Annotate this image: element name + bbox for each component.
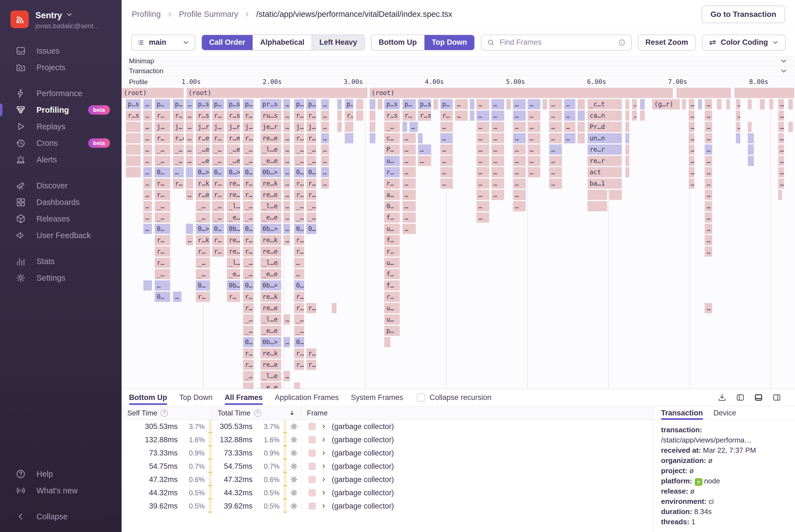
flame-frame-cell[interactable]: … — [705, 190, 712, 200]
flame-frame-cell[interactable]: … — [689, 178, 695, 189]
flame-frame-cell[interactable]: _l…e — [261, 314, 281, 325]
flame-frame-cell[interactable]: … — [321, 167, 329, 177]
flame-frame-cell[interactable]: r… — [306, 360, 316, 370]
flame-frame-cell[interactable]: … — [528, 156, 541, 166]
flame-frame-cell[interactable]: p…s — [418, 99, 431, 109]
flame-frame-cell[interactable]: … — [705, 99, 712, 109]
frame-cell[interactable]: (garbage collector) — [301, 499, 653, 513]
flame-frame-cell[interactable]: … — [402, 156, 416, 166]
flame-frame-cell[interactable]: … — [410, 122, 418, 132]
flame-frame-cell[interactable] — [186, 224, 193, 234]
flame-frame-cell[interactable] — [625, 133, 629, 144]
flame-frame-cell[interactable]: re…e — [261, 360, 281, 370]
flame-frame-cell[interactable]: r… — [212, 133, 224, 144]
flame-frame-cell[interactable]: … — [144, 99, 152, 109]
flame-frame-cell[interactable]: r… — [294, 246, 304, 256]
flame-frame-cell[interactable]: … — [440, 156, 453, 166]
flame-frame-cell[interactable]: r… — [243, 292, 253, 302]
flame-frame-cell[interactable]: re…k — [261, 178, 281, 189]
flame-frame-cell[interactable]: j… — [306, 122, 316, 132]
flame-frame-cell[interactable]: 0… — [384, 201, 399, 211]
flame-frame-cell[interactable]: p…s — [196, 99, 210, 109]
flame-frame-cell[interactable] — [640, 99, 644, 109]
flame-frame-cell[interactable] — [760, 99, 764, 109]
flame-frame-cell[interactable] — [126, 145, 140, 155]
flame-frame-cell[interactable]: 0… — [212, 224, 224, 234]
flamegraph[interactable]: (root)(root)(root)p…s…p…p……p…sp…p…sp…pr…… — [122, 87, 795, 388]
flame-frame-cell[interactable]: re…e — [227, 190, 240, 200]
flame-frame-cell[interactable]: _…e — [227, 145, 240, 155]
flame-frame-cell[interactable]: … — [144, 167, 152, 177]
flame-frame-cell[interactable]: … — [705, 167, 712, 177]
flame-frame-cell[interactable]: r… — [227, 292, 240, 302]
flame-frame-cell[interactable]: 0… — [243, 280, 253, 290]
flame-frame-cell[interactable]: … — [778, 99, 784, 109]
flame-frame-cell[interactable]: 0b…> — [227, 224, 240, 234]
flame-frame-cell[interactable]: u… — [384, 314, 399, 325]
frame-table-row[interactable]: 73.33ms0.9%73.33ms0.9%(garbage collector… — [122, 446, 653, 460]
flame-frame-cell[interactable]: … — [186, 156, 193, 166]
flame-frame-cell[interactable]: _… — [243, 371, 253, 381]
flame-frame-cell[interactable]: r… — [440, 111, 453, 121]
frame-cell[interactable]: (garbage collector) — [301, 420, 653, 433]
flame-frame-cell[interactable]: … — [283, 122, 290, 132]
flame-frame-cell[interactable]: … — [689, 145, 695, 155]
flame-frame-cell[interactable]: 0… — [196, 280, 210, 290]
flame-frame-cell[interactable]: … — [491, 190, 504, 200]
frame-table-row[interactable]: 47.32ms0.6%47.32ms0.6%(garbage collector… — [122, 473, 653, 486]
flame-frame-cell[interactable]: _… — [243, 258, 253, 268]
flame-frame-cell[interactable] — [356, 99, 363, 109]
flame-frame-cell[interactable] — [186, 178, 193, 189]
flame-frame-cell[interactable]: r… — [306, 190, 316, 200]
flame-frame-cell[interactable]: r… — [306, 178, 316, 189]
tab-top-down[interactable]: Top Down — [179, 389, 212, 406]
flame-frame-cell[interactable]: … — [689, 111, 695, 121]
gear-icon[interactable] — [287, 422, 301, 431]
checkbox-icon[interactable] — [417, 393, 425, 402]
flame-frame-cell[interactable]: r… — [294, 178, 304, 189]
flame-frame-cell[interactable]: … — [513, 111, 526, 121]
flame-frame-cell[interactable]: … — [476, 212, 489, 223]
sidebar-item-performance[interactable]: Performance — [0, 85, 121, 102]
flame-frame-cell[interactable]: r…e — [173, 133, 184, 144]
flame-frame-cell[interactable]: _e…e — [227, 269, 240, 279]
flame-frame-cell[interactable]: r… — [196, 246, 210, 256]
flame-frame-cell[interactable]: … — [705, 156, 712, 166]
flame-frame-cell[interactable]: 0… — [212, 167, 224, 177]
flame-frame-cell[interactable]: … — [155, 280, 170, 290]
flame-frame-cell[interactable] — [717, 99, 721, 109]
flame-frame-cell[interactable]: 0… — [243, 224, 253, 234]
flame-frame-cell[interactable] — [433, 99, 438, 109]
flame-frame-cell[interactable]: … — [736, 99, 740, 109]
flame-frame-cell[interactable]: r… — [294, 303, 304, 313]
flame-frame-cell[interactable] — [578, 122, 585, 132]
frame-table-row[interactable]: 44.32ms0.5%44.32ms0.5%(garbage collector… — [122, 486, 653, 499]
flame-frame-cell[interactable]: r… — [155, 190, 170, 200]
flame-frame-cell[interactable]: _… — [294, 212, 304, 223]
go-to-transaction-button[interactable]: Go to Transaction — [702, 5, 785, 23]
flame-frame-cell[interactable]: r… — [173, 178, 184, 189]
flame-frame-cell[interactable]: _… — [155, 269, 170, 279]
flame-frame-cell[interactable]: r… — [294, 360, 304, 370]
flame-frame-cell[interactable]: r… — [384, 167, 399, 177]
expand-chevron-icon[interactable] — [321, 476, 327, 482]
flame-frame-cell[interactable]: … — [513, 190, 526, 200]
flame-frame-cell[interactable]: r… — [243, 111, 253, 121]
flame-frame-cell[interactable]: … — [528, 145, 541, 155]
flame-frame-cell[interactable]: … — [283, 190, 290, 200]
flame-frame-cell[interactable]: … — [476, 133, 489, 144]
flame-frame-cell[interactable]: … — [491, 133, 504, 144]
flame-frame-cell[interactable]: … — [283, 371, 290, 381]
flame-frame-cell[interactable]: (root) — [187, 88, 367, 98]
flame-frame-cell[interactable]: … — [144, 111, 152, 121]
flame-frame-cell[interactable]: 0… — [243, 337, 253, 347]
flame-frame-cell[interactable]: r… — [155, 258, 170, 268]
flame-frame-cell[interactable]: re…r — [588, 156, 622, 166]
flame-frame-cell[interactable]: … — [476, 201, 489, 211]
flame-frame-cell[interactable] — [402, 122, 407, 132]
sidebar-item-user-feedback[interactable]: User Feedback — [0, 227, 121, 244]
flame-frame-cell[interactable]: … — [689, 167, 695, 177]
flame-frame-cell[interactable]: _e…e — [261, 212, 281, 223]
flame-frame-cell[interactable]: … — [705, 133, 712, 144]
flame-frame-cell[interactable]: r… — [243, 190, 253, 200]
